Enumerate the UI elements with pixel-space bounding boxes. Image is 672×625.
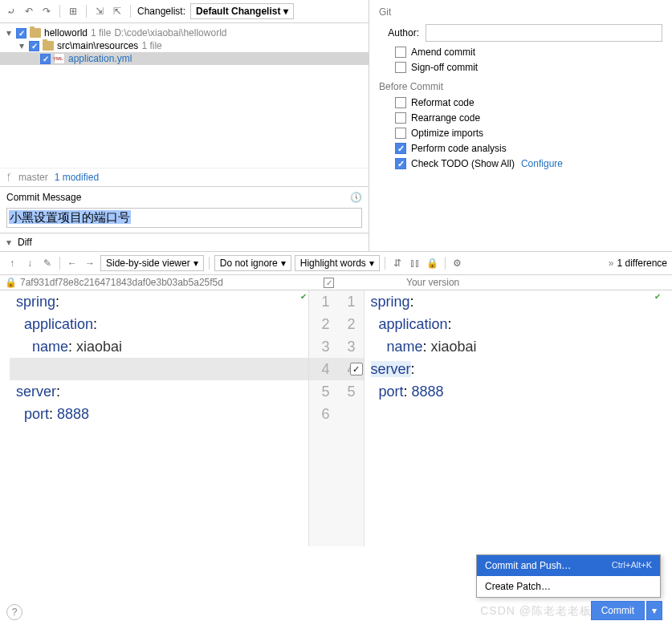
folder-icon <box>30 28 41 38</box>
configure-link[interactable]: Configure <box>521 158 563 169</box>
sync-scroll-icon[interactable]: ⫿⫿ <box>408 256 422 270</box>
ok-icon: ✔ <box>300 292 307 301</box>
diff-pane: ✔ spring: application: name: xiaobai ser… <box>0 290 672 546</box>
ignore-dropdown[interactable]: Do not ignore ▾ <box>214 255 291 271</box>
reformat-checkbox[interactable] <box>395 97 406 108</box>
create-patch-item[interactable]: Create Patch… <box>477 576 660 597</box>
grid-icon[interactable]: ⊞ <box>67 5 79 18</box>
tree-root[interactable]: ▾ helloworld 1 file D:\code\xiaobai\hell… <box>0 26 369 39</box>
apply-chunk-icon[interactable]: ✓ <box>350 363 363 375</box>
ok-icon: ✔ <box>654 292 661 301</box>
revision-hash: 7af931df78e8c216471843daf0e3b03ab5a25f5d <box>20 277 223 288</box>
commit-dropdown-button[interactable]: ▾ <box>646 601 662 620</box>
folder-icon <box>43 41 54 51</box>
diff-toolbar: ↑ ↓ ✎ ← → Side-by-side viewer ▾ Do not i… <box>0 251 672 275</box>
twisty-icon[interactable]: ▾ <box>5 29 13 37</box>
diff-header[interactable]: ▾ Diff <box>0 233 369 251</box>
checkbox[interactable] <box>16 28 26 39</box>
collapse-unchanged-icon[interactable]: ⇵ <box>390 256 405 270</box>
collapse-icon[interactable]: ⇱ <box>111 5 124 18</box>
rearrange-checkbox[interactable] <box>395 112 406 124</box>
expand-icon[interactable]: ⇲ <box>93 5 106 18</box>
next-diff-icon[interactable]: ↓ <box>22 256 37 270</box>
before-commit-label: Before Commit <box>379 81 662 92</box>
old-code-pane[interactable]: ✔ spring: application: name: xiaobai ser… <box>10 290 308 546</box>
author-label: Author: <box>379 27 419 39</box>
commit-dropdown-menu: Commit and Push…Ctrl+Alt+K Create Patch… <box>476 554 661 598</box>
diff-count: 1 difference <box>617 258 668 269</box>
redo-icon[interactable]: ↷ <box>40 5 53 18</box>
checkbox[interactable] <box>40 54 51 64</box>
commit-and-push-item[interactable]: Commit and Push…Ctrl+Alt+K <box>477 555 660 576</box>
amend-checkbox[interactable] <box>395 47 406 58</box>
prev-diff-icon[interactable]: ↑ <box>5 256 19 270</box>
tree-file[interactable]: application.yml <box>0 52 369 65</box>
modified-link[interactable]: 1 modified <box>55 172 99 183</box>
optimize-checkbox[interactable] <box>395 128 406 139</box>
refresh-icon[interactable]: ⤾ <box>5 5 18 18</box>
twisty-icon[interactable]: ▾ <box>18 42 26 50</box>
tree-folder[interactable]: ▾ src\main\resources 1 file <box>0 39 369 52</box>
readonly-check-icon: ✓ <box>324 278 334 288</box>
changes-tree: ▾ helloworld 1 file D:\code\xiaobai\hell… <box>0 23 369 168</box>
author-input[interactable] <box>426 24 662 42</box>
yml-file-icon <box>54 53 65 64</box>
git-label: Git <box>379 6 662 18</box>
commit-button[interactable]: Commit <box>591 601 645 620</box>
undo-icon[interactable]: ↶ <box>22 5 35 18</box>
branch-row: ᚶ master 1 modified <box>0 168 369 186</box>
viewer-mode-dropdown[interactable]: Side-by-side viewer ▾ <box>100 255 204 271</box>
watermark: CSDN @陈老老老板 <box>480 604 592 619</box>
analysis-checkbox[interactable] <box>395 143 406 154</box>
history-icon[interactable]: 🕔 <box>350 192 362 203</box>
commit-message-header: Commit Message 🕔 <box>0 186 369 208</box>
checkbox[interactable] <box>29 41 39 51</box>
gear-icon[interactable]: ⚙ <box>450 256 465 270</box>
highlight-dropdown[interactable]: Highlight words ▾ <box>295 255 380 271</box>
your-version-label: Your version <box>406 277 459 288</box>
nav-fwd-icon[interactable]: → <box>83 256 97 270</box>
lock-small-icon: 🔒 <box>5 277 17 288</box>
todo-checkbox[interactable] <box>395 158 406 169</box>
commit-message-input[interactable]: 小黑设置项目的端口号 <box>6 208 362 228</box>
edit-icon[interactable]: ✎ <box>40 256 55 270</box>
changelist-label: Changelist: <box>137 6 185 17</box>
lock-icon[interactable]: 🔒 <box>426 256 440 270</box>
branch-icon: ᚶ <box>6 172 12 183</box>
nav-back-icon[interactable]: ← <box>65 256 79 270</box>
help-button[interactable]: ? <box>6 604 22 620</box>
vcs-toolbar: ⤾ ↶ ↷ ⊞ ⇲ ⇱ Changelist: Default Changeli… <box>0 0 369 23</box>
line-gutters: 11 22 33 44 55 6 <box>308 290 365 546</box>
new-code-pane[interactable]: ✔ ✓ spring: application: name: xiaobai s… <box>365 290 663 546</box>
chevron-down-icon: ▾ <box>283 6 288 17</box>
signoff-checkbox[interactable] <box>395 62 406 73</box>
changelist-combo[interactable]: Default Changelist ▾ <box>190 3 294 19</box>
